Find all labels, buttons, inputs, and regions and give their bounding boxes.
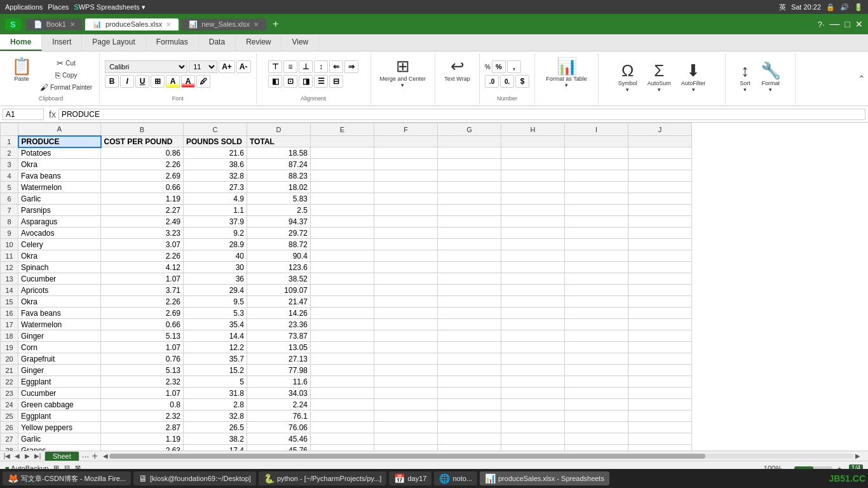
cell[interactable]	[501, 330, 565, 342]
cell[interactable]	[374, 342, 438, 353]
cell[interactable]	[374, 319, 438, 330]
cell[interactable]	[438, 422, 501, 433]
cell[interactable]: 31.8	[184, 388, 247, 399]
cell[interactable]	[628, 193, 692, 205]
cell[interactable]: 2.69	[101, 308, 184, 319]
cell[interactable]	[311, 319, 374, 330]
cell[interactable]: Corn	[18, 342, 101, 353]
cell[interactable]: 2.87	[101, 422, 184, 433]
cell[interactable]: 5.83	[247, 193, 311, 205]
cell[interactable]	[374, 399, 438, 410]
h-scrollbar-thumb[interactable]	[109, 454, 705, 459]
cell[interactable]	[565, 399, 628, 410]
cell[interactable]	[501, 262, 565, 273]
cell[interactable]	[628, 376, 692, 388]
cell[interactable]: 5.13	[101, 330, 184, 342]
wrap-text-button[interactable]: ↩ Text Wrap	[440, 55, 473, 85]
cell[interactable]	[501, 147, 565, 159]
cell[interactable]	[501, 205, 565, 216]
cell[interactable]	[501, 216, 565, 227]
sheet-options-button[interactable]: ···	[82, 451, 90, 461]
cell[interactable]	[565, 353, 628, 365]
places-menu[interactable]: Places	[48, 3, 69, 11]
tab-formulas[interactable]: Formulas	[146, 34, 199, 51]
cell[interactable]	[438, 262, 501, 273]
cell[interactable]	[438, 273, 501, 285]
row-header-15[interactable]: 15	[1, 296, 18, 308]
cell[interactable]	[565, 422, 628, 433]
cell[interactable]: 32.8	[184, 410, 247, 422]
cell[interactable]	[565, 319, 628, 330]
row-header-12[interactable]: 12	[1, 262, 18, 273]
row-header-19[interactable]: 19	[1, 342, 18, 353]
cell[interactable]	[374, 285, 438, 296]
row-header-7[interactable]: 7	[1, 205, 18, 216]
align-middle-button[interactable]: ≡	[283, 60, 297, 73]
applications-menu[interactable]: Applications	[5, 3, 43, 11]
cell[interactable]: 88.72	[247, 239, 311, 250]
cell[interactable]: 21.47	[247, 296, 311, 308]
cell[interactable]	[565, 136, 628, 147]
cell[interactable]	[565, 410, 628, 422]
row-header-23[interactable]: 23	[1, 388, 18, 399]
cell[interactable]: 88.23	[247, 170, 311, 182]
cell[interactable]: 15.2	[184, 365, 247, 376]
distributed-button[interactable]: ☰	[314, 75, 328, 88]
cell[interactable]	[374, 250, 438, 262]
cell[interactable]	[374, 308, 438, 319]
cell[interactable]	[311, 388, 374, 399]
cell[interactable]: 9.2	[184, 227, 247, 239]
cell[interactable]	[628, 136, 692, 147]
cell[interactable]	[311, 285, 374, 296]
cell[interactable]: 38.2	[184, 433, 247, 445]
col-header-e[interactable]: E	[311, 123, 374, 136]
cell[interactable]	[311, 433, 374, 445]
cell[interactable]: 76.1	[247, 410, 311, 422]
cell[interactable]	[374, 433, 438, 445]
cell[interactable]: 36	[184, 273, 247, 285]
cell[interactable]: 11.6	[247, 376, 311, 388]
cell[interactable]	[628, 239, 692, 250]
cell[interactable]: Grapefruit	[18, 353, 101, 365]
cell[interactable]	[311, 365, 374, 376]
cell[interactable]	[501, 182, 565, 193]
cell[interactable]: TOTAL	[247, 136, 311, 147]
cell[interactable]	[374, 353, 438, 365]
highlight-button[interactable]: 🖊	[196, 75, 210, 88]
row-header-1[interactable]: 1	[1, 136, 18, 147]
col-header-f[interactable]: F	[374, 123, 438, 136]
cell[interactable]	[438, 250, 501, 262]
cell[interactable]: 2.26	[101, 296, 184, 308]
cell[interactable]: 3.07	[101, 239, 184, 250]
align-top-button[interactable]: ⊤	[268, 60, 282, 73]
cell[interactable]: Cucumber	[18, 388, 101, 399]
cell[interactable]	[438, 170, 501, 182]
cell[interactable]	[628, 273, 692, 285]
cell[interactable]	[565, 147, 628, 159]
cell[interactable]	[374, 445, 438, 451]
h-scroll-left[interactable]: ◀	[103, 452, 108, 459]
cell[interactable]: 2.32	[101, 376, 184, 388]
cell[interactable]	[501, 136, 565, 147]
font-color-button[interactable]: A	[181, 75, 195, 88]
row-header-16[interactable]: 16	[1, 308, 18, 319]
cell[interactable]	[501, 353, 565, 365]
cell[interactable]	[565, 250, 628, 262]
row-header-18[interactable]: 18	[1, 330, 18, 342]
cell[interactable]	[565, 330, 628, 342]
align-right-button[interactable]: ◨	[299, 75, 313, 88]
cell[interactable]: 2.24	[247, 399, 311, 410]
cell[interactable]: 1.19	[101, 193, 184, 205]
row-header-5[interactable]: 5	[1, 182, 18, 193]
cell[interactable]: 34.03	[247, 388, 311, 399]
italic-button[interactable]: I	[120, 75, 134, 88]
col-header-h[interactable]: H	[501, 123, 565, 136]
cell[interactable]: 28.9	[184, 239, 247, 250]
help-button[interactable]: ?·	[818, 20, 825, 29]
cell[interactable]	[438, 319, 501, 330]
row-header-14[interactable]: 14	[1, 285, 18, 296]
cell[interactable]: 23.36	[247, 319, 311, 330]
cell[interactable]	[311, 399, 374, 410]
font-family-select[interactable]: Calibri	[105, 60, 187, 73]
cell[interactable]	[374, 422, 438, 433]
